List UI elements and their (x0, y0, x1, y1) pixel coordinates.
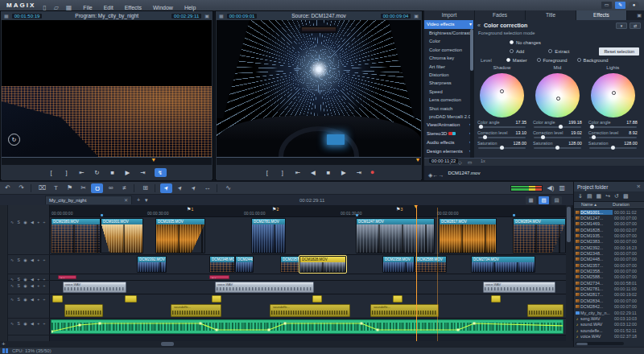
file-row-dcm2357-[interactable]: DCM2357...00:00:07:00 (574, 262, 644, 268)
fade-out-handle[interactable] (552, 224, 565, 253)
file-row-dcm2842-[interactable]: DCM2842...00:00:07:00 (574, 304, 644, 310)
delete-button[interactable]: ⌧ (36, 183, 48, 193)
snap-button[interactable]: Ω (91, 183, 103, 193)
param-slider[interactable] (589, 146, 637, 150)
file-row-dcm1001-[interactable]: DCM1001...00:00:11:02 (574, 209, 644, 215)
fade-in-handle[interactable] (101, 224, 109, 253)
audio-clip-object[interactable] (125, 295, 137, 303)
slider-handle[interactable] (611, 146, 615, 150)
file-row-dcm2817-[interactable]: DCM2817...00:00:19:02 (574, 292, 644, 298)
radio-background[interactable] (577, 58, 581, 62)
file-row-soundeffe-[interactable]: ♪soundeffe...00:01:52:11 (574, 327, 644, 333)
file-row-dcm2448-[interactable]: DCM2448...00:00:07:00 (574, 257, 644, 262)
clip-dcm2357-mov[interactable]: DCM2357.MOV (280, 256, 299, 273)
clip-dcm2383-mov[interactable]: DCM2383.MOV (51, 218, 101, 253)
compare-button[interactable]: ⇄ (630, 23, 641, 29)
track-header-2[interactable]: ∿ S ◉ ◀ + ÷ (8, 255, 50, 274)
clip-dcm2817-mov[interactable]: DCM2817.MOV (439, 218, 497, 253)
file-row-dcm1469-[interactable]: DCM1469...00:00:07:00 (574, 221, 644, 227)
clip-dcm2448-mov[interactable]: DCM2448.MOV (235, 256, 254, 273)
audio-clip-object[interactable] (212, 295, 221, 303)
ungroup-button[interactable]: ≠ (118, 183, 130, 193)
audio-clip-soundeffe-[interactable]: soundeffe... (270, 304, 350, 317)
undo-button[interactable]: ↶ (2, 183, 14, 193)
timeline-horizontal-scrollbar[interactable] (0, 341, 573, 347)
clip-dcm1828-mov[interactable]: DCM1828.MOV (299, 256, 346, 273)
clip-dcm1247-mov[interactable]: DCM1247.MOV (356, 218, 435, 253)
file-row-dcm2781-[interactable]: DCM2781...00:00:11:00 (574, 286, 644, 291)
storyboard-mode-icon[interactable]: ▨ (539, 196, 549, 204)
audio-clip-object[interactable] (527, 304, 564, 317)
import-icon[interactable]: ⇓ (578, 193, 583, 200)
close-icon[interactable]: ✕ (637, 183, 641, 190)
file-row-dcm2358-[interactable]: DCM2358...00:00:07:00 (574, 268, 644, 274)
timeline-vertical-scrollbar-thumb[interactable] (567, 207, 571, 242)
title-button[interactable]: T (50, 183, 62, 193)
file-row-dcm2834-[interactable]: DCM2834...00:00:07:00 (574, 298, 644, 303)
file-row-sound-wav[interactable]: ♪sound.WAV00:03:12:00 (574, 322, 644, 327)
menu-help[interactable]: Help (184, 5, 196, 10)
audio-clip-song-wav[interactable] (51, 319, 564, 334)
file-row-my-city-by-n-[interactable]: My_city_by_n...00:02:29:11 (574, 310, 644, 315)
mixer-icon[interactable]: ▥ (559, 184, 565, 191)
tab-effects[interactable]: Effects (576, 10, 627, 20)
timeline-ruler[interactable]: 00:00:00:0000:00:30:0000:01:00:0000:01:3… (0, 205, 573, 217)
file-row-dcm2383-[interactable]: DCM2383...00:00:07:00 (574, 239, 644, 245)
clip-dcm2734-mov[interactable]: DCM2734.MOV (471, 256, 535, 273)
link-icon[interactable]: ↪ (605, 193, 610, 200)
timeline-horizontal-scrollbar-thumb[interactable] (161, 342, 174, 346)
timeline-mode-icon[interactable]: ▦ (526, 196, 536, 204)
audio-clip-soundeffe-[interactable]: soundeffe... (370, 304, 439, 317)
clip-dcm2588-mov[interactable]: DCM2588.MOV (415, 256, 447, 273)
zoom-button[interactable]: ⊞ (139, 183, 151, 193)
param-slider[interactable] (589, 135, 637, 139)
track-header-4[interactable]: ∿ S ◉ ◀ + ÷ (8, 281, 50, 294)
column-duration[interactable]: Duration (613, 202, 644, 208)
speaker-icon[interactable]: ◀) (547, 184, 555, 191)
menu-edit[interactable]: Edit (104, 5, 114, 10)
redo-button[interactable]: ↷ (15, 183, 27, 193)
display-mode-button[interactable]: ▭ (601, 2, 612, 9)
timeline-marker-3[interactable]: ⚑3 (396, 206, 402, 212)
marker-dot[interactable] (513, 214, 515, 216)
audio-clip-voice-wav[interactable]: voice.WAV (483, 282, 555, 293)
close-tab-icon[interactable]: ✕ (124, 196, 128, 204)
slider-handle[interactable] (592, 135, 596, 139)
clip-dcm2358-mov[interactable]: DCM2358.MOV (382, 256, 415, 273)
slider-handle[interactable] (590, 125, 594, 129)
split-button[interactable]: ✂ (77, 183, 89, 193)
clip-dcm2781-mov[interactable]: DCM2781.MOV (251, 218, 286, 253)
close-pool-icon[interactable]: ▣ (637, 10, 642, 20)
file-row-song-wav[interactable]: ♪song.WAV00:03:10:03 (574, 315, 644, 321)
wheel-puck[interactable] (612, 91, 616, 95)
file-row-dcm2392-[interactable]: DCM2392...00:00:16:23 (574, 245, 644, 250)
playhead[interactable] (416, 205, 417, 341)
audio-clip-voice-wav[interactable]: voice.WAV (215, 282, 314, 293)
slideshow-icon[interactable]: ▦ (597, 193, 602, 200)
track-header-3[interactable]: ∿ S ◉ ◀ + ÷ (8, 274, 50, 281)
audio-clip-object[interactable] (393, 295, 402, 303)
group-button[interactable]: ∞ (105, 183, 117, 193)
mouse-mode-all-tracks-button[interactable]: ➤ (174, 183, 186, 193)
file-row-dcm1935-[interactable]: DCM1935...00:00:07:00 (574, 233, 644, 238)
marker-dot[interactable] (356, 214, 358, 216)
preset-dropdown[interactable]: ▾ (616, 23, 627, 29)
view-grid-icon[interactable]: ▩ (623, 193, 629, 200)
file-row-dcm2734-[interactable]: DCM2734...00:00:58:01 (574, 280, 644, 286)
menu-effects[interactable]: Effects (125, 5, 142, 10)
volume-automation-curve[interactable] (52, 320, 564, 334)
audio-clip-object[interactable] (312, 295, 322, 303)
arrangement-tab[interactable]: My_city_by_night ✕ (45, 196, 132, 204)
param-slider[interactable] (589, 125, 637, 129)
track-header-5[interactable]: ∿ S ◉ ◀ + ÷ (8, 294, 50, 319)
curve-edit-button[interactable]: ∿ (222, 183, 234, 193)
file-row-dcm2348-[interactable]: DCM2348...00:00:07:00 (574, 250, 644, 256)
audio-clip-soundeffe-[interactable]: soundeffe... (171, 304, 221, 317)
new-arrangement-button[interactable]: + (137, 197, 140, 203)
menu-file[interactable]: File (83, 5, 92, 10)
audio-clip-object[interactable] (52, 295, 63, 303)
new-folder-icon[interactable]: ▤ (587, 193, 592, 200)
clip-dcm2348-mov[interactable]: DCM2348.MOV (209, 256, 235, 273)
title-clip-title[interactable]: Title (209, 275, 229, 279)
clip-dcm1935-mov[interactable]: DCM1935.MOV (155, 218, 205, 253)
